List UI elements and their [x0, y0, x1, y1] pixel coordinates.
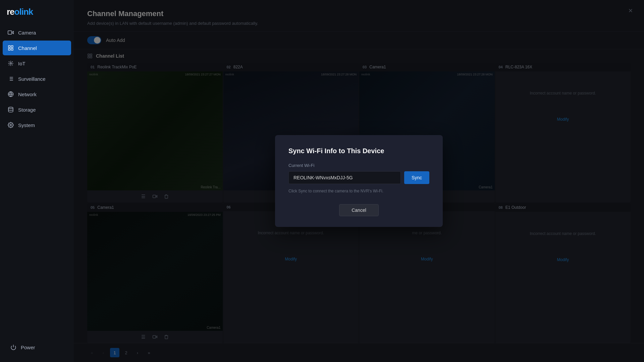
modal-hint: Click Sync to connect the camera to the …: [288, 189, 429, 193]
sync-button[interactable]: Sync: [404, 171, 429, 184]
sidebar-item-label-camera: Camera: [18, 30, 36, 36]
iot-icon: [7, 60, 14, 67]
storage-icon: [7, 106, 14, 113]
modal-actions: Cancel: [288, 204, 429, 216]
power-button[interactable]: Power: [5, 341, 68, 354]
svg-rect-0: [8, 31, 12, 35]
logo-text-olink: olink: [14, 7, 33, 17]
cancel-button[interactable]: Cancel: [339, 204, 379, 216]
sidebar-item-camera[interactable]: Camera: [3, 25, 71, 40]
camera-icon: [7, 29, 14, 36]
wifi-ssid-input[interactable]: [288, 171, 401, 184]
sidebar-nav: Camera Channel IoT: [0, 25, 74, 335]
power-icon: [10, 344, 17, 351]
sidebar-item-surveillance[interactable]: Surveillance: [3, 71, 71, 86]
modal-title: Sync Wi-Fi Info to This Device: [288, 147, 429, 155]
network-icon: [7, 91, 14, 98]
sidebar-item-label-iot: IoT: [18, 61, 25, 66]
sidebar-item-iot[interactable]: IoT: [3, 56, 71, 71]
sidebar-item-label-network: Network: [18, 92, 37, 97]
system-icon: [7, 122, 14, 128]
sidebar-item-system[interactable]: System: [3, 118, 71, 132]
power-label: Power: [21, 345, 35, 350]
wifi-row: Sync: [288, 171, 429, 184]
svg-point-15: [10, 124, 12, 126]
sidebar: reolink Camera Channel: [0, 0, 74, 362]
svg-rect-3: [8, 49, 10, 50]
modal-overlay: Sync Wi-Fi Info to This Device Current W…: [74, 0, 644, 362]
svg-rect-1: [8, 46, 10, 47]
main-content: Channel Management Add device(s) in LAN …: [74, 0, 644, 362]
sidebar-item-network[interactable]: Network: [3, 87, 71, 102]
sidebar-bottom: Power: [0, 335, 74, 362]
logo-text-re: re: [7, 7, 14, 17]
current-wifi-label: Current Wi-Fi: [288, 163, 429, 168]
logo: reolink: [0, 0, 74, 25]
svg-point-5: [10, 63, 12, 64]
svg-rect-4: [11, 49, 13, 50]
channel-icon: [7, 45, 14, 51]
svg-rect-2: [11, 46, 13, 47]
surveillance-icon: [7, 75, 14, 82]
sidebar-item-label-channel: Channel: [18, 45, 37, 51]
sidebar-item-label-surveillance: Surveillance: [18, 76, 46, 82]
sidebar-item-label-storage: Storage: [18, 107, 36, 113]
svg-point-14: [8, 107, 13, 109]
sidebar-item-channel[interactable]: Channel: [3, 41, 71, 55]
sidebar-item-label-system: System: [18, 122, 35, 128]
sidebar-item-storage[interactable]: Storage: [3, 102, 71, 117]
sync-wifi-modal: Sync Wi-Fi Info to This Device Current W…: [275, 135, 443, 227]
reolink-logo: reolink: [7, 7, 33, 17]
